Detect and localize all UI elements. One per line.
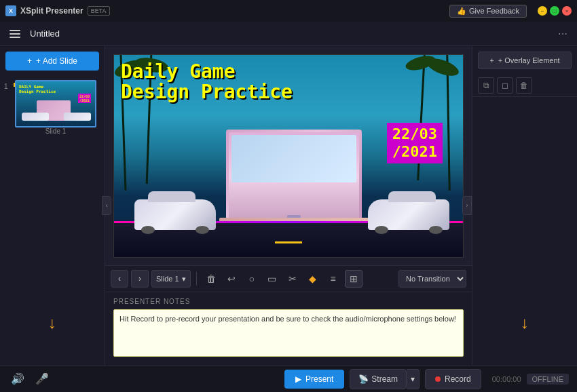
plus-icon: + — [27, 56, 32, 66]
duplicate-overlay-button[interactable]: ◻ — [497, 77, 513, 94]
slide-selector[interactable]: Slide 1 ▾ — [151, 270, 191, 288]
microphone-button[interactable]: 🎤 — [33, 370, 52, 389]
road-line — [275, 241, 302, 243]
notes-section: PRESENTER NOTES Hit Record to pre-record… — [105, 292, 472, 365]
notes-textarea[interactable]: Hit Record to pre-record your presentati… — [113, 309, 464, 357]
maximize-button[interactable]: □ — [550, 6, 559, 16]
grid-tool-button[interactable]: ⊞ — [345, 270, 362, 288]
slide-canvas[interactable]: Daily GameDesign Practice 22/03/2021 — [113, 54, 464, 258]
close-button[interactable]: × — [562, 6, 572, 16]
speaker-button[interactable]: 🔊 — [8, 370, 27, 389]
next-slide-button[interactable]: › — [131, 270, 149, 288]
overlay-actions: ⧉ ◻ 🗑 — [472, 75, 577, 97]
slide-car-left — [134, 199, 216, 230]
plus-icon: + — [489, 56, 494, 64]
slide-label: Slide 1 — [15, 128, 96, 135]
toolbar: ‹ › Slide 1 ▾ 🗑 ↩ ○ ▭ ✂ ◆ ≡ ⊞ No Transit… — [105, 265, 472, 292]
minimize-button[interactable]: − — [538, 6, 547, 16]
rectangle-tool-button[interactable]: ▭ — [263, 270, 281, 288]
undo-icon-button[interactable]: ↩ — [223, 270, 240, 288]
app-name: XSplit Presenter — [20, 6, 83, 16]
status-bar: 🔊 🎤 ▶ Present 📡 Stream ▾ Record 00:00:00… — [0, 365, 577, 392]
sidebar: + + Add Slide 1 DAILY GameDesign Practic… — [0, 46, 105, 365]
chevron-down-icon: ▾ — [182, 275, 186, 283]
copy-overlay-button[interactable]: ⧉ — [478, 77, 494, 94]
hamburger-line — [10, 33, 20, 35]
wifi-icon: 📡 — [358, 374, 369, 384]
ellipse-tool-button[interactable]: ○ — [243, 270, 261, 288]
slide-computer — [226, 130, 362, 224]
hamburger-line — [10, 37, 20, 38]
add-overlay-button[interactable]: + + Overlay Element — [478, 52, 572, 69]
microphone-icon: 🎤 — [35, 372, 49, 385]
status-time: 00:00:00 — [492, 375, 521, 383]
delete-button[interactable]: 🗑 — [202, 270, 220, 288]
slide-thumbnail-area: 1 DAILY GameDesign Practice 22/03/2021 S… — [0, 76, 105, 139]
present-button[interactable]: ▶ Present — [284, 370, 344, 389]
slide-car-right — [368, 199, 449, 230]
list-tool-button[interactable]: ≡ — [324, 270, 342, 288]
window-controls: − □ × — [538, 6, 572, 16]
notes-label: PRESENTER NOTES — [113, 298, 464, 305]
right-panel-collapse-button[interactable]: › — [462, 196, 472, 215]
stream-button[interactable]: 📡 Stream — [350, 369, 407, 389]
speaker-icon: 🔊 — [11, 372, 24, 385]
slide-thumbnail[interactable]: DAILY GameDesign Practice 22/03/2021 — [15, 80, 96, 128]
stream-button-group: 📡 Stream ▾ — [350, 369, 420, 389]
slide-title: Daily GameDesign Practice — [121, 62, 293, 104]
right-arrow-area: ↓ — [472, 97, 577, 365]
fill-tool-button[interactable]: ◆ — [304, 270, 322, 288]
beta-badge: BETA — [88, 6, 110, 16]
slide-item[interactable]: 1 DAILY GameDesign Practice 22/03/2021 S… — [4, 80, 100, 135]
arrow-down-right: ↓ — [521, 315, 529, 331]
arrow-down-left: ↓ — [48, 315, 56, 331]
record-button[interactable]: Record — [425, 369, 481, 389]
slide-date: 22/03/2021 — [387, 123, 443, 164]
canvas-area: Daily GameDesign Practice 22/03/2021 — [105, 46, 472, 365]
toolbar-separator — [196, 272, 197, 286]
transition-select[interactable]: No Transition — [398, 270, 466, 288]
feedback-icon: 👍 — [457, 7, 466, 16]
present-icon: ▶ — [295, 374, 301, 384]
sidebar-collapse-button[interactable]: ‹ — [102, 196, 111, 215]
crop-tool-button[interactable]: ✂ — [284, 270, 301, 288]
record-dot-icon — [435, 376, 441, 382]
slide-canvas-wrapper: Daily GameDesign Practice 22/03/2021 — [105, 46, 472, 265]
app-logo: X — [5, 5, 16, 16]
slide-number: 1 — [4, 83, 12, 90]
offline-badge: OFFLINE — [527, 374, 569, 385]
presentation-title: Untitled — [30, 28, 551, 39]
main-content: + + Add Slide 1 DAILY GameDesign Practic… — [0, 46, 577, 365]
hamburger-menu-button[interactable] — [5, 24, 24, 43]
prev-slide-button[interactable]: ‹ — [111, 270, 128, 288]
delete-overlay-button[interactable]: 🗑 — [516, 77, 532, 94]
add-slide-button[interactable]: + + Add Slide — [5, 52, 99, 71]
hamburger-line — [10, 30, 20, 31]
title-bar-left: X XSplit Presenter BETA — [5, 5, 110, 16]
stream-dropdown-button[interactable]: ▾ — [407, 369, 420, 389]
give-feedback-button[interactable]: 👍 Give Feedback — [449, 5, 527, 18]
title-bar: X XSplit Presenter BETA 👍 Give Feedback … — [0, 0, 577, 22]
arrow-indicators: ↓ — [0, 139, 105, 365]
title-options-button[interactable]: ⋯ — [554, 27, 572, 41]
menu-bar: Untitled ⋯ — [0, 22, 577, 46]
right-panel: + + Overlay Element ⧉ ◻ 🗑 ↓ › — [472, 46, 577, 365]
